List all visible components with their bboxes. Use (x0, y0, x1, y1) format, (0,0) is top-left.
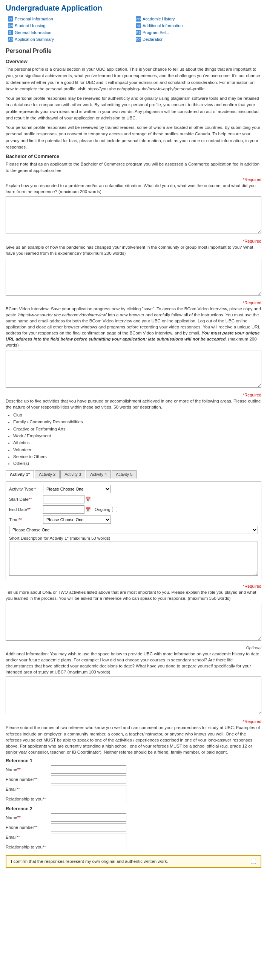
q2-textarea[interactable] (6, 258, 261, 296)
nav-icon-application-summary: AS (8, 37, 13, 42)
nav-label-declaration: Declaration (142, 37, 164, 41)
ref2-name-row: Name* (6, 813, 261, 822)
nav-tab-academic-history[interactable]: AH Academic History (134, 16, 261, 22)
nav-icon-additional-info: AI (136, 23, 141, 29)
additional-optional-label: Optional (6, 646, 261, 650)
section-title: Personal Profile (6, 48, 261, 56)
referees-intro: Please submit the names of two referees … (6, 724, 261, 755)
nav-icon-general-info: GI (8, 30, 13, 35)
ref2-phone-row: Phone number* (6, 823, 261, 832)
nav-tab-student-housing[interactable]: SH Student Housing (6, 22, 134, 29)
ref1-email-row: Email* (6, 785, 261, 793)
activities-more-info-block: *Required Tell us more about ONE or TWO … (6, 584, 261, 642)
activity-tab-1[interactable]: Activity 1* (6, 470, 34, 479)
q2-required-label: *Required (6, 239, 261, 243)
activities-required-label: *Required (6, 393, 261, 397)
nav-tabs: PI Personal Information SH Student Housi… (6, 16, 261, 43)
nav-label-additional-info: Additional Information (142, 24, 183, 28)
q3-required-label: *Required (6, 301, 261, 305)
nav-tab-general-info[interactable]: GI General Information (6, 29, 134, 36)
ongoing-checkbox[interactable] (112, 507, 117, 512)
activity-tab-5[interactable]: Activity 5 (112, 470, 136, 479)
bullet-work: Work / Employment (13, 432, 261, 439)
start-date-input[interactable] (43, 495, 84, 503)
end-date-calendar-icon[interactable]: 📅 (85, 507, 91, 512)
bullet-creative: Creative or Performing Arts (13, 426, 261, 432)
ref1-email-label: Email* (6, 787, 51, 791)
additional-info-block: Optional Additional Information: You may… (6, 646, 261, 716)
ref2-phone-label: Phone number* (6, 825, 51, 830)
activities-more-textarea[interactable] (6, 603, 261, 641)
question-3-block: *Required BCom Video Interview: Save you… (6, 301, 261, 389)
bcom-title: Bachelor of Commerce (6, 153, 261, 159)
nav-tab-personal-info[interactable]: PI Personal Information (6, 16, 134, 22)
additional-textarea[interactable] (6, 676, 261, 714)
ref2-phone-input[interactable] (51, 823, 126, 832)
time-select[interactable]: Please Choose One (43, 515, 111, 524)
question-2-block: *Required Give us an example of how the … (6, 239, 261, 297)
ref1-name-label: Name* (6, 767, 51, 772)
nav-label-student-housing: Student Housing (15, 24, 45, 28)
activity-type-select[interactable]: Please Choose One (43, 485, 111, 493)
time-row: Time* Please Choose One (9, 515, 258, 524)
activity-tab-3[interactable]: Activity 3 (60, 470, 85, 479)
start-date-calendar-icon[interactable]: 📅 (85, 496, 91, 502)
ref2-relationship-row: Relationship to you* (6, 843, 261, 851)
q1-prompt: Explain how you responded to a problem a… (6, 183, 261, 195)
activities-bullet-list: Club Family / Community Responsibilities… (13, 412, 261, 467)
confirm-checkbox[interactable] (251, 859, 256, 864)
overview-para-3: Your personal profile responses will be … (6, 124, 261, 150)
ref1-phone-row: Phone number* (6, 775, 261, 783)
ref2-name-input[interactable] (51, 813, 126, 822)
short-desc-textarea[interactable] (9, 542, 258, 576)
q1-required-label: *Required (6, 177, 261, 182)
ref1-email-input[interactable] (51, 785, 126, 793)
activity-tab-4[interactable]: Activity 4 (86, 470, 111, 479)
activities-more-prompt: Tell us more about ONE or TWO activities… (6, 589, 261, 601)
activities-more-required: *Required (6, 584, 261, 589)
confirm-text: I confirm that the responses represent m… (11, 859, 248, 864)
start-date-row: Start Date* 📅 (9, 495, 258, 503)
q1-textarea[interactable] (6, 196, 261, 234)
please-choose-row: Please Choose One (9, 526, 258, 534)
ref2-email-row: Email* (6, 833, 261, 841)
ref1-name-input[interactable] (51, 765, 126, 774)
activity-tab-2[interactable]: Activity 2 (35, 470, 60, 479)
bullet-volunteer: Volunteer (13, 446, 261, 453)
activity-tab-bar: Activity 1* Activity 2 Activity 3 Activi… (6, 470, 261, 479)
please-choose-select[interactable]: Please Choose One (9, 526, 258, 534)
nav-tab-application-summary[interactable]: AS Application Summary (6, 36, 134, 43)
overview-title: Overview (6, 59, 261, 64)
page-title: Undergraduate Application (6, 4, 261, 13)
nav-tab-additional-info[interactable]: AI Additional Information (134, 22, 261, 29)
ref1-relationship-label: Relationship to you* (6, 797, 51, 801)
nav-label-program-selection: Program Sel... (142, 30, 169, 35)
nav-label-general-info: General Information (15, 30, 51, 35)
activities-prompt-intro: Describe up to five activities that you … (6, 398, 261, 410)
q3-textarea[interactable] (6, 350, 261, 388)
nav-tab-program-selection[interactable]: PS Program Sel... (134, 29, 261, 36)
activity-type-row: Activity Type* Please Choose One (9, 485, 258, 493)
nav-icon-declaration: DC (136, 37, 141, 42)
nav-tab-declaration[interactable]: DC Declaration (134, 36, 261, 43)
ref1-name-row: Name* (6, 765, 261, 774)
end-date-input[interactable] (43, 505, 84, 514)
ref2-email-input[interactable] (51, 833, 126, 841)
q2-prompt: Give us an example of how the pandemic h… (6, 244, 261, 256)
end-date-row: End Date* 📅 Ongoing (9, 505, 258, 514)
activities-section: *Required Describe up to five activities… (6, 393, 261, 642)
nav-label-application-summary: Application Summary (15, 37, 54, 41)
nav-icon-personal-info: PI (8, 16, 13, 22)
bullet-other: Other(s) (13, 460, 261, 467)
referees-required-label: *Required (6, 719, 261, 724)
activity-form: Activity Type* Please Choose One Start D… (6, 482, 261, 580)
start-date-label: Start Date* (9, 497, 43, 501)
ref1-phone-input[interactable] (51, 775, 126, 783)
ref2-relationship-input[interactable] (51, 843, 126, 851)
ref1-relationship-input[interactable] (51, 795, 126, 803)
nav-icon-student-housing: SH (8, 23, 13, 29)
overview-para-1: The personal profile is a crucial sectio… (6, 66, 261, 92)
ref1-phone-label: Phone number* (6, 777, 51, 781)
nav-icon-academic-history: AH (136, 16, 141, 22)
ongoing-label: Ongoing (95, 507, 111, 512)
